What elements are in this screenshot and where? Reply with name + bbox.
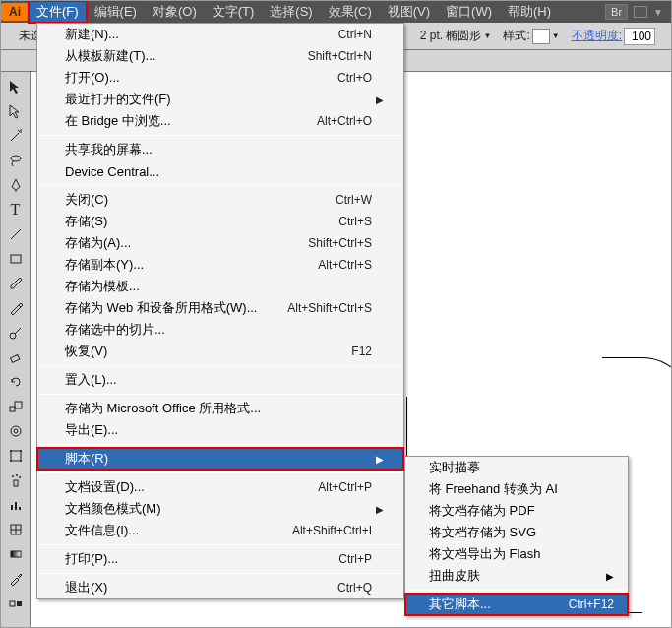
svg-point-15 — [12, 475, 14, 477]
menu-item[interactable]: 打开(O)...Ctrl+O — [37, 67, 403, 89]
direct-select-tool[interactable] — [5, 100, 27, 122]
menu-item[interactable]: 存储为模板... — [37, 276, 403, 297]
app-logo: Ai — [1, 3, 29, 21]
symbol-sprayer-tool[interactable] — [5, 470, 27, 491]
menu-item-label: 最近打开的文件(F) — [65, 91, 264, 108]
submenu-item[interactable]: 将文档导出为 Flash — [405, 543, 628, 565]
menu-select[interactable]: 选择(S) — [262, 1, 320, 23]
submenu-item[interactable]: 将 Freehand 转换为 AI — [405, 478, 628, 500]
gradient-tool[interactable] — [5, 543, 27, 565]
submenu-item[interactable]: 实时描摹 — [405, 457, 628, 478]
svg-point-0 — [11, 156, 21, 161]
menu-item-label: 从模板新建(T)... — [65, 47, 264, 65]
menu-shortcut: Ctrl+W — [264, 193, 372, 207]
submenu-item[interactable]: 将文档存储为 PDF — [405, 500, 628, 522]
svg-line-1 — [11, 229, 21, 239]
opacity-label[interactable]: 不透明度: — [572, 28, 622, 44]
type-tool[interactable]: T — [5, 199, 27, 220]
menu-item-label: 脚本(R) — [65, 450, 264, 468]
menu-shortcut: Alt+Ctrl+P — [264, 480, 372, 494]
submenu-item[interactable]: 将文档存储为 SVG — [405, 522, 628, 543]
menu-item[interactable]: 打印(P)...Ctrl+P — [37, 548, 403, 570]
paintbrush-tool[interactable] — [5, 273, 27, 294]
blend-tool[interactable] — [5, 593, 27, 614]
menu-item-label: 文档颜色模式(M) — [65, 500, 264, 518]
menu-item[interactable]: 文档设置(D)...Alt+Ctrl+P — [37, 476, 403, 498]
chevron-right-icon: ▶ — [372, 504, 384, 515]
menu-item-label: 文件信息(I)... — [65, 522, 264, 539]
menu-shortcut: F12 — [264, 345, 372, 358]
menu-type[interactable]: 文字(T) — [205, 1, 263, 23]
svg-rect-14 — [14, 480, 18, 486]
chevron-down-icon[interactable]: ▼ — [552, 31, 560, 40]
rotate-tool[interactable] — [5, 371, 27, 393]
menu-item[interactable]: 从模板新建(T)...Shift+Ctrl+N — [37, 45, 403, 67]
menu-item[interactable]: 共享我的屏幕... — [37, 139, 403, 160]
graph-tool[interactable] — [5, 494, 27, 516]
menu-item[interactable]: 置入(L)... — [37, 369, 403, 391]
menu-item[interactable]: 新建(N)...Ctrl+N — [37, 24, 403, 45]
line-tool[interactable] — [5, 223, 27, 245]
pencil-tool[interactable] — [5, 297, 27, 319]
menu-item[interactable]: 存储(S)Ctrl+S — [37, 211, 403, 232]
menu-item[interactable]: Device Central... — [37, 160, 403, 182]
eyedropper-tool[interactable] — [5, 568, 27, 590]
svg-point-8 — [14, 429, 18, 433]
submenu-item-label: 将文档存储为 SVG — [429, 524, 614, 541]
menu-item[interactable]: 导出(E)... — [37, 419, 403, 441]
magic-wand-tool[interactable] — [5, 125, 27, 147]
chevron-down-icon[interactable]: ▼ — [483, 31, 491, 40]
menu-shortcut: Alt+Ctrl+S — [264, 258, 372, 272]
menu-item[interactable]: 存储为 Microsoft Office 所用格式... — [37, 398, 403, 419]
menu-item-label: 存储选中的切片... — [65, 321, 264, 339]
submenu-item[interactable]: 其它脚本...Ctrl+F12 — [405, 594, 628, 615]
menu-item-label: 文档设置(D)... — [65, 478, 264, 496]
menu-item[interactable]: 退出(X)Ctrl+Q — [37, 577, 403, 598]
menu-view[interactable]: 视图(V) — [380, 1, 438, 23]
eraser-tool[interactable] — [5, 346, 27, 368]
menu-item[interactable]: 存储副本(Y)...Alt+Ctrl+S — [37, 254, 403, 276]
svg-rect-18 — [11, 505, 13, 510]
style-label: 样式: — [503, 28, 529, 44]
chevron-down-icon[interactable]: ▼ — [653, 7, 663, 18]
menu-item-label: 置入(L)... — [65, 371, 264, 389]
blob-brush-tool[interactable] — [5, 322, 27, 344]
chevron-right-icon: ▶ — [604, 571, 614, 582]
menu-file[interactable]: 文件(F) — [29, 1, 87, 23]
submenu-shortcut: Ctrl+F12 — [569, 597, 614, 611]
menu-object[interactable]: 对象(O) — [145, 1, 205, 23]
mesh-tool[interactable] — [5, 519, 27, 540]
menu-window[interactable]: 窗口(W) — [438, 1, 500, 23]
menu-item[interactable]: 关闭(C)Ctrl+W — [37, 189, 403, 211]
menu-item[interactable]: 存储为 Web 和设备所用格式(W)...Alt+Shift+Ctrl+S — [37, 297, 403, 319]
menu-item-label: 在 Bridge 中浏览... — [65, 112, 264, 130]
menu-item[interactable]: 在 Bridge 中浏览...Alt+Ctrl+O — [37, 110, 403, 132]
menu-item[interactable]: 恢复(V)F12 — [37, 341, 403, 362]
menu-item[interactable]: 存储选中的切片... — [37, 319, 403, 341]
menu-help[interactable]: 帮助(H) — [500, 1, 559, 23]
menu-shortcut: Ctrl+Q — [264, 581, 372, 595]
scale-tool[interactable] — [5, 396, 27, 417]
menu-item[interactable]: 最近打开的文件(F)▶ — [37, 89, 403, 110]
menu-item[interactable]: 脚本(R)▶ — [37, 448, 403, 470]
chevron-right-icon: ▶ — [372, 94, 384, 105]
menu-item[interactable]: 文件信息(I)...Alt+Shift+Ctrl+I — [37, 520, 403, 541]
menu-item[interactable]: 存储为(A)...Shift+Ctrl+S — [37, 232, 403, 254]
menu-item[interactable]: 文档颜色模式(M)▶ — [37, 498, 403, 520]
style-swatch[interactable] — [532, 29, 550, 44]
rectangle-tool[interactable] — [5, 248, 27, 270]
menu-item-label: 打印(P)... — [65, 550, 264, 568]
svg-rect-4 — [10, 354, 19, 362]
pen-tool[interactable] — [5, 174, 27, 196]
arrange-icon[interactable] — [634, 6, 647, 18]
lasso-tool[interactable] — [5, 150, 27, 171]
opacity-input[interactable] — [624, 28, 655, 45]
submenu-item[interactable]: 扭曲皮肤▶ — [405, 565, 628, 587]
menu-shortcut: Alt+Shift+Ctrl+I — [264, 524, 372, 537]
menu-effect[interactable]: 效果(C) — [321, 1, 380, 23]
free-transform-tool[interactable] — [5, 445, 27, 467]
menu-edit[interactable]: 编辑(E) — [87, 1, 145, 23]
warp-tool[interactable] — [5, 420, 27, 442]
selection-tool[interactable] — [5, 76, 27, 97]
bridge-button[interactable]: Br — [605, 4, 628, 20]
